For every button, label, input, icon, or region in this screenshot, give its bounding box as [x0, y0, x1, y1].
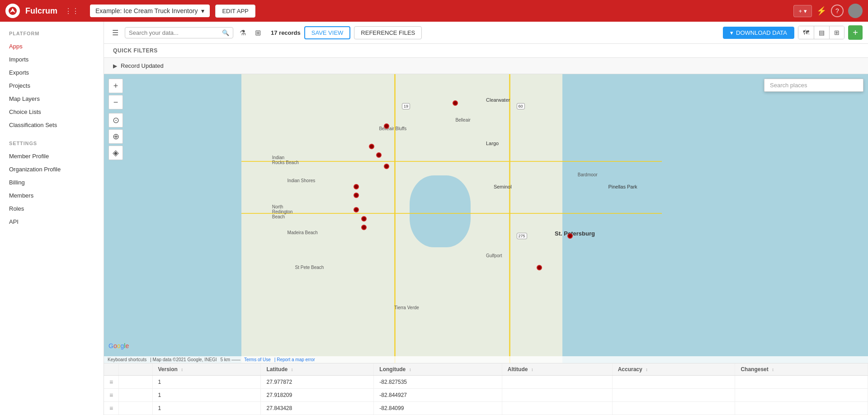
- grid-view-button[interactable]: ⊞: [830, 26, 844, 39]
- map-controls: + − ⊙ ⊕ ◈: [108, 79, 123, 160]
- map-pin-4[interactable]: [376, 152, 382, 158]
- table-row[interactable]: ≡ 1 27.843428 -82.84099: [104, 402, 868, 415]
- row-changeset-1: [735, 389, 868, 402]
- avatar[interactable]: [848, 4, 863, 18]
- table-header-row: Version ↕ Latitude ↕ Longitude ↕: [104, 363, 868, 376]
- download-button[interactable]: ▾ DOWNLOAD DATA: [723, 27, 794, 39]
- zoom-out-button[interactable]: −: [108, 95, 123, 109]
- col-accuracy[interactable]: Accuracy ↕: [612, 363, 735, 376]
- map-pin-1[interactable]: [453, 100, 458, 106]
- report-link[interactable]: | Report a map error: [274, 357, 315, 362]
- help-icon[interactable]: ?: [831, 5, 844, 17]
- row-menu-1: [119, 389, 152, 402]
- map-pin-2[interactable]: [384, 123, 389, 129]
- filter-item-record-updated[interactable]: ▶ Record Updated: [104, 57, 868, 74]
- highway-275: [509, 74, 510, 363]
- highway-h1: [241, 161, 662, 162]
- row-latitude-2: 27.843428: [261, 402, 374, 415]
- edit-app-button[interactable]: EDIT APP: [215, 5, 255, 18]
- add-button[interactable]: + ▾: [793, 5, 812, 17]
- location-button[interactable]: ⊙: [108, 113, 123, 127]
- table-view-button[interactable]: ▤: [814, 26, 830, 39]
- sidebar-item-classification-sets[interactable]: Classification Sets: [0, 118, 104, 132]
- hamburger-icon[interactable]: ⋮⋮: [65, 7, 79, 15]
- row-icon-2[interactable]: ≡: [104, 402, 119, 415]
- sidebar-item-choice-lists[interactable]: Choice Lists: [0, 105, 104, 118]
- row-icon-1[interactable]: ≡: [104, 389, 119, 402]
- map-pin-8[interactable]: [354, 207, 359, 212]
- terms-link[interactable]: Terms of Use: [244, 357, 271, 362]
- platform-section-title: PLATFORM: [0, 29, 104, 40]
- row-version-1: 1: [152, 389, 261, 402]
- sidebar-item-members[interactable]: Members: [0, 189, 104, 202]
- row-version-2: 1: [152, 402, 261, 415]
- sidebar-item-billing[interactable]: Billing: [0, 176, 104, 189]
- filter-button[interactable]: ⚗: [237, 27, 249, 39]
- zoom-in-button[interactable]: +: [108, 79, 123, 93]
- sidebar-item-api[interactable]: API: [0, 215, 104, 228]
- map-pin-11[interactable]: [567, 233, 573, 239]
- flash-icon[interactable]: ⚡: [816, 6, 826, 16]
- search-places-box[interactable]: Search places: [764, 79, 863, 92]
- map-footer-text: Keyboard shortcuts: [108, 357, 146, 362]
- map-pin-7[interactable]: [354, 193, 359, 198]
- sidebar-divider: [0, 132, 104, 139]
- data-table: Version ↕ Latitude ↕ Longitude ↕: [104, 363, 868, 415]
- table-row[interactable]: ≡ 1 27.918209 -82.844927: [104, 389, 868, 402]
- map-data-credit: | Map data ©2021 Google, INEGI: [150, 357, 217, 362]
- row-accuracy-2: [612, 402, 735, 415]
- search-places-placeholder: Search places: [770, 82, 807, 89]
- map-container[interactable]: Clearwater Belleair Belleair Bluffs Larg…: [104, 74, 868, 363]
- header-actions: + ▾ ⚡ ?: [793, 4, 863, 18]
- row-accuracy-0: [612, 376, 735, 389]
- city-madeira: Madeira Beach: [288, 230, 318, 235]
- city-belleair-bluffs: Belleair Bluffs: [379, 126, 406, 131]
- col-latitude[interactable]: Latitude ↕: [261, 363, 374, 376]
- satellite-button[interactable]: ⊕: [108, 129, 123, 144]
- google-logo: Google: [108, 342, 129, 349]
- columns-button[interactable]: ⊞: [252, 27, 264, 39]
- row-icon-0[interactable]: ≡: [104, 376, 119, 389]
- sidebar-item-projects[interactable]: Projects: [0, 79, 104, 92]
- content-area: ☰ 🔍 ⚗ ⊞ 17 records SAVE VIEW REFERENCE F…: [104, 22, 868, 415]
- list-view-button[interactable]: ☰: [109, 27, 121, 39]
- sidebar-item-roles[interactable]: Roles: [0, 202, 104, 215]
- inland-water: [410, 175, 471, 248]
- search-input-wrap: 🔍: [125, 27, 233, 38]
- water-left: [104, 74, 257, 363]
- reference-files-button[interactable]: REFERENCE FILES: [354, 26, 422, 39]
- row-accuracy-1: [612, 389, 735, 402]
- map-pin-9[interactable]: [361, 216, 367, 222]
- sidebar-item-map-layers[interactable]: Map Layers: [0, 92, 104, 105]
- col-icon: [104, 363, 119, 376]
- app-selector-label: Example: Ice Cream Truck Inventory: [95, 7, 198, 14]
- toolbar: ☰ 🔍 ⚗ ⊞ 17 records SAVE VIEW REFERENCE F…: [104, 22, 868, 44]
- search-input[interactable]: [129, 29, 220, 36]
- col-changeset[interactable]: Changeset ↕: [735, 363, 868, 376]
- logo-icon[interactable]: [5, 4, 20, 18]
- map-pin-12[interactable]: [537, 265, 542, 270]
- col-version[interactable]: Version ↕: [152, 363, 261, 376]
- water-right: [547, 74, 868, 363]
- map-pin-3[interactable]: [369, 144, 374, 149]
- save-view-button[interactable]: SAVE VIEW: [304, 26, 351, 39]
- map-pin-10[interactable]: [361, 225, 367, 230]
- table-row[interactable]: ≡ 1 27.977872 -82.827535: [104, 376, 868, 389]
- sidebar-item-exports[interactable]: Exports: [0, 66, 104, 79]
- city-st-pete: St. Petersburg: [555, 230, 595, 237]
- col-altitude[interactable]: Altitude ↕: [502, 363, 612, 376]
- sidebar-item-imports[interactable]: Imports: [0, 53, 104, 66]
- layers-button[interactable]: ◈: [108, 146, 123, 160]
- app-selector[interactable]: Example: Ice Cream Truck Inventory ▾: [90, 5, 210, 17]
- sidebar-item-apps[interactable]: Apps: [0, 40, 104, 53]
- row-changeset-2: [735, 402, 868, 415]
- sidebar-item-member-profile[interactable]: Member Profile: [0, 150, 104, 163]
- plus-dropdown-icon: ▾: [804, 8, 807, 14]
- map-pin-5[interactable]: [384, 164, 389, 169]
- col-longitude[interactable]: Longitude ↕: [374, 363, 502, 376]
- map-pin-6[interactable]: [354, 184, 359, 189]
- sidebar-item-organization-profile[interactable]: Organization Profile: [0, 163, 104, 176]
- row-altitude-1: [502, 389, 612, 402]
- map-view-button[interactable]: 🗺: [798, 26, 814, 39]
- add-record-button[interactable]: +: [848, 25, 863, 40]
